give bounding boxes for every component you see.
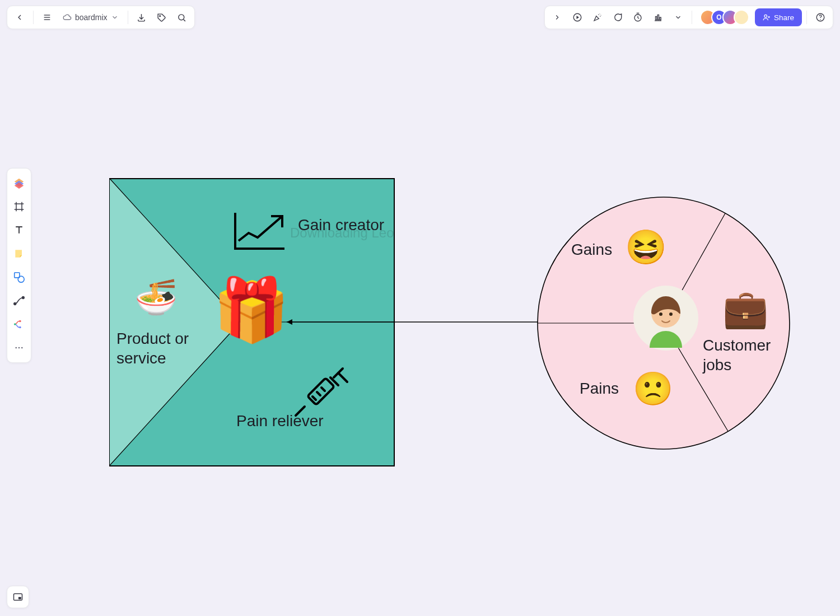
person-avatar-icon xyxy=(633,285,699,351)
noodle-cup-icon: 🍜 xyxy=(134,280,178,315)
svg-line-39 xyxy=(321,388,325,391)
frowning-emoji-icon: 🙁 xyxy=(633,372,673,405)
svg-line-36 xyxy=(338,373,347,382)
gains-label[interactable]: Gains xyxy=(571,240,612,259)
svg-point-49 xyxy=(659,312,662,316)
pain-reliever-label[interactable]: Pain reliever xyxy=(236,411,324,431)
svg-rect-37 xyxy=(307,378,334,405)
connector-arrow[interactable] xyxy=(280,316,543,328)
briefcase-icon: 💼 xyxy=(722,290,768,327)
svg-line-41 xyxy=(312,396,316,400)
laughing-emoji-icon: 😆 xyxy=(625,231,667,264)
product-service-label[interactable]: Product or service xyxy=(116,329,200,368)
chart-up-icon xyxy=(231,208,287,253)
svg-line-40 xyxy=(317,392,320,395)
customer-jobs-label[interactable]: Customer jobs xyxy=(703,335,798,375)
svg-point-50 xyxy=(669,312,673,316)
canvas[interactable]: 🎁 🍜 😆 🙁 💼 Product or se xyxy=(0,0,840,616)
svg-marker-52 xyxy=(287,319,292,325)
gift-icon: 🎁 xyxy=(213,279,290,340)
pains-label[interactable]: Pains xyxy=(580,379,619,398)
watermark: Downloading Leo xyxy=(290,225,394,241)
